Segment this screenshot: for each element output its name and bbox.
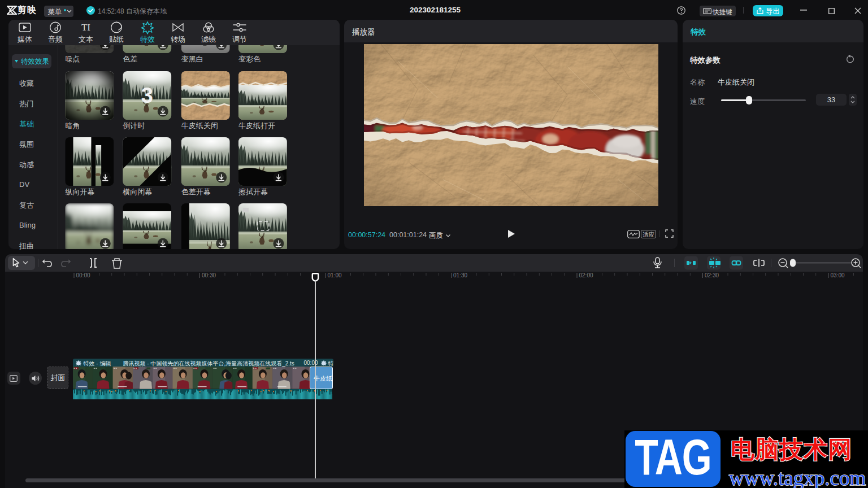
svg-text:滤镜: 滤镜 [201,35,216,43]
svg-text:调节: 调节 [232,35,247,43]
svg-text:倒计时: 倒计时 [123,121,145,130]
svg-text:01:30: 01:30 [453,272,467,278]
svg-text:02:30: 02:30 [705,272,719,278]
svg-text:变彩色: 变彩色 [238,55,261,63]
svg-text:变黑白: 变黑白 [181,55,203,63]
svg-text:纵向开幕: 纵向开幕 [65,188,94,196]
svg-text:特效: 特效 [140,35,155,43]
svg-text:色差: 色差 [123,55,137,63]
svg-text:牛皮纸关闭: 牛皮纸关闭 [181,121,218,130]
svg-text:暗角: 暗角 [65,121,80,130]
svg-text:00:30: 00:30 [202,272,216,278]
svg-text:横向闭幕: 横向闭幕 [122,188,152,196]
svg-text:擦拭开幕: 擦拭开幕 [238,188,268,196]
svg-text:TI: TI [81,22,90,33]
svg-text:03:00: 03:00 [831,272,845,278]
svg-text:音频: 音频 [48,35,63,43]
svg-text:媒体: 媒体 [18,35,32,43]
svg-text:文本: 文本 [79,35,93,43]
svg-text:02:00: 02:00 [579,272,593,278]
svg-text:01:00: 01:00 [328,272,342,278]
svg-text:3: 3 [141,84,153,107]
svg-text:贴纸: 贴纸 [109,35,124,43]
svg-text:转场: 转场 [171,35,185,43]
svg-text:00:00: 00:00 [76,272,90,278]
svg-text:色差开幕: 色差开幕 [181,188,211,196]
svg-text:牛皮纸打开: 牛皮纸打开 [238,121,275,130]
svg-text:噪点: 噪点 [65,55,80,63]
